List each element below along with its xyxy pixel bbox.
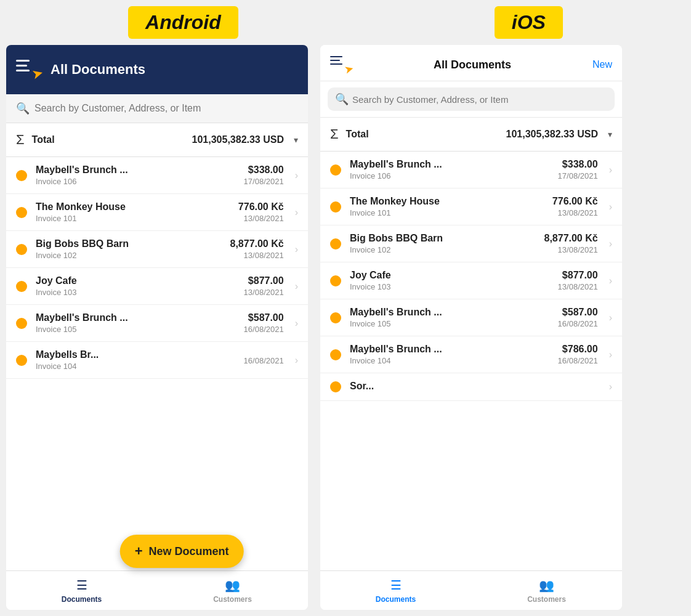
orange-dot-icon <box>16 244 27 255</box>
android-doc-item[interactable]: The Monkey House Invoice 101 776.00 Kč 1… <box>6 194 308 231</box>
ios-documents-nav-icon: ☰ <box>390 578 402 593</box>
android-doc-item[interactable]: Maybell's Brunch ... Invoice 105 $587.00… <box>6 305 308 342</box>
main-panels: ➤ All Documents 🔍 Σ Total 101,305,382.33… <box>0 45 691 616</box>
ios-badge: iOS <box>495 6 563 39</box>
doc-sub: Invoice 106 <box>36 177 235 186</box>
ios-search-input[interactable] <box>352 94 607 105</box>
android-doc-list: Maybell's Brunch ... Invoice 106 $338.00… <box>6 157 308 570</box>
ios-doc-amount: $587.00 <box>558 307 598 318</box>
ios-total-label: Total <box>346 129 369 140</box>
ios-doc-item[interactable]: Big Bobs BBQ Barn Invoice 102 8,877.00 K… <box>320 225 622 262</box>
doc-right: 8,877.00 Kč 13/08/2021 <box>230 238 283 260</box>
doc-date: 16/08/2021 <box>244 356 284 365</box>
ios-nav-documents[interactable]: ☰ Documents <box>320 571 471 610</box>
ios-doc-name: Joy Cafe <box>350 270 549 281</box>
ios-new-button[interactable]: New <box>592 59 612 70</box>
ios-doc-name: The Monkey House <box>350 196 544 207</box>
doc-right: $338.00 17/08/2021 <box>244 164 284 186</box>
doc-name: Joy Cafe <box>36 275 235 286</box>
ios-doc-date: 16/08/2021 <box>558 356 598 365</box>
android-doc-item[interactable]: Maybells Br... Invoice 104 16/08/2021 › <box>6 342 308 379</box>
ios-doc-chevron-icon: › <box>609 312 612 323</box>
ios-sigma-icon: Σ <box>330 126 339 142</box>
ios-orange-dot-icon <box>330 349 341 360</box>
orange-dot-icon <box>16 318 27 329</box>
ios-search-bar[interactable]: 🔍 <box>320 81 622 118</box>
ios-doc-chevron-icon: › <box>609 275 612 286</box>
ios-doc-item[interactable]: Sor... › <box>320 373 622 401</box>
ios-doc-item[interactable]: Joy Cafe Invoice 103 $877.00 13/08/2021 … <box>320 262 622 299</box>
ios-orange-dot-icon <box>330 275 341 286</box>
ios-doc-name: Sor... <box>350 381 589 392</box>
ios-doc-info: Sor... <box>350 381 589 393</box>
ios-search-icon: 🔍 <box>335 92 349 106</box>
doc-amount: $587.00 <box>244 312 284 323</box>
ios-orange-dot-icon <box>330 381 341 392</box>
platform-headers: Android iOS <box>0 0 691 45</box>
ios-orange-dot-icon <box>330 312 341 323</box>
android-doc-item[interactable]: Maybell's Brunch ... Invoice 106 $338.00… <box>6 157 308 194</box>
ios-total-amount: 101,305,382.33 USD <box>506 129 598 140</box>
android-header-icon: ➤ <box>16 56 43 83</box>
ios-cursor-icon: ➤ <box>342 61 355 76</box>
android-doc-item[interactable]: Big Bobs BBQ Barn Invoice 102 8,877.00 K… <box>6 231 308 268</box>
doc-right: $877.00 13/08/2021 <box>244 275 284 297</box>
android-panel: ➤ All Documents 🔍 Σ Total 101,305,382.33… <box>6 45 308 610</box>
total-chevron-icon[interactable]: ▾ <box>294 135 298 145</box>
android-nav-documents[interactable]: ☰ Documents <box>6 571 157 610</box>
doc-right: $587.00 16/08/2021 <box>244 312 284 334</box>
doc-chevron-icon: › <box>295 170 298 181</box>
doc-right: 776.00 Kč 13/08/2021 <box>238 201 284 223</box>
ios-doc-chevron-icon: › <box>609 238 612 249</box>
ios-doc-right: $877.00 13/08/2021 <box>558 270 598 291</box>
ios-nav-customers[interactable]: 👥 Customers <box>471 571 622 610</box>
doc-date: 16/08/2021 <box>244 325 284 334</box>
doc-info: Maybells Br... Invoice 104 <box>36 349 235 371</box>
doc-amount: 776.00 Kč <box>238 201 284 213</box>
ios-doc-amount: $877.00 <box>558 270 598 281</box>
ios-bottom-nav: ☰ Documents 👥 Customers <box>320 570 622 610</box>
ios-doc-sub: Invoice 103 <box>350 282 549 291</box>
ios-doc-item[interactable]: Maybell's Brunch ... Invoice 105 $587.00… <box>320 299 622 336</box>
search-icon: 🔍 <box>16 102 30 115</box>
ios-total-chevron-icon[interactable]: ▾ <box>608 129 612 139</box>
doc-sub: Invoice 105 <box>36 325 235 334</box>
ios-doc-amount: $786.00 <box>558 344 598 355</box>
ios-header: ➤ All Documents New <box>320 45 622 81</box>
fab-plus-icon: + <box>135 543 143 559</box>
ios-doc-chevron-icon: › <box>609 201 612 213</box>
doc-chevron-icon: › <box>295 318 298 329</box>
doc-name: Maybell's Brunch ... <box>36 164 235 176</box>
ios-doc-item[interactable]: Maybell's Brunch ... Invoice 106 $338.00… <box>320 152 622 188</box>
doc-date: 13/08/2021 <box>244 288 284 297</box>
ios-label: iOS <box>512 11 546 33</box>
ios-search-inner[interactable]: 🔍 <box>328 87 615 111</box>
orange-dot-icon <box>16 355 27 366</box>
android-nav-customers-label: Customers <box>213 595 252 604</box>
android-nav-customers[interactable]: 👥 Customers <box>157 571 308 610</box>
ios-doc-date: 16/08/2021 <box>558 319 598 328</box>
ios-doc-name: Maybell's Brunch ... <box>350 344 549 355</box>
android-doc-item[interactable]: Joy Cafe Invoice 103 $877.00 13/08/2021 … <box>6 268 308 305</box>
ios-doc-date: 13/08/2021 <box>558 282 598 291</box>
android-search-input[interactable] <box>34 103 298 114</box>
doc-amount: 8,877.00 Kč <box>230 238 283 249</box>
ios-doc-sub: Invoice 106 <box>350 171 549 180</box>
ios-doc-item[interactable]: Maybell's Brunch ... Invoice 104 $786.00… <box>320 336 622 373</box>
doc-chevron-icon: › <box>295 355 298 366</box>
orange-dot-icon <box>16 170 27 181</box>
ios-title: All Documents <box>358 59 586 71</box>
doc-name: Big Bobs BBQ Barn <box>36 238 221 249</box>
ios-doc-info: Maybell's Brunch ... Invoice 105 <box>350 307 549 328</box>
android-search-bar[interactable]: 🔍 <box>6 94 308 123</box>
doc-name: Maybell's Brunch ... <box>36 312 235 323</box>
android-total-row: Σ Total 101,305,382.33 USD ▾ <box>6 123 308 157</box>
ios-doc-chevron-icon: › <box>609 349 612 360</box>
ios-doc-amount: 776.00 Kč <box>552 196 598 207</box>
ios-doc-item[interactable]: The Monkey House Invoice 101 776.00 Kč 1… <box>320 188 622 225</box>
doc-sub: Invoice 102 <box>36 251 221 260</box>
sigma-icon: Σ <box>16 132 25 148</box>
new-document-fab[interactable]: + New Document <box>120 535 244 568</box>
ios-doc-info: The Monkey House Invoice 101 <box>350 196 544 217</box>
doc-info: Maybell's Brunch ... Invoice 105 <box>36 312 235 334</box>
